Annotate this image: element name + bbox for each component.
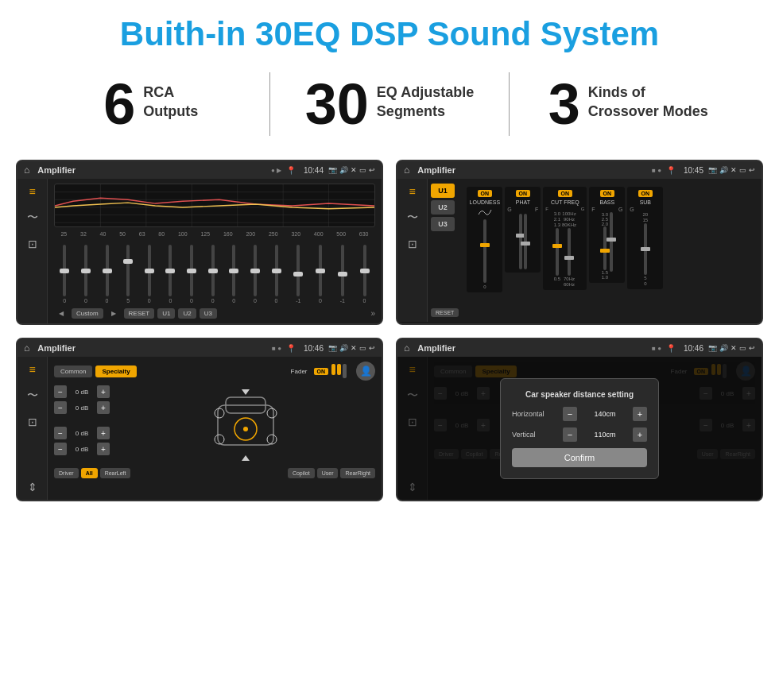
copilot-btn[interactable]: Copilot — [288, 468, 315, 478]
eq-freq-labels: 25 32 40 50 63 80 100 125 160 200 250 32… — [54, 231, 375, 237]
eq-bottom-controls: ◀ Custom ▶ RESET U1 U2 U3 » — [54, 308, 375, 319]
vertical-value: 110cm — [580, 431, 630, 439]
rearright-btn[interactable]: RearRight — [340, 468, 375, 478]
cutfreq-slider-f[interactable] — [556, 228, 559, 276]
db1-minus[interactable]: − — [54, 385, 67, 398]
sidebar-3: ≡ 〜 ⊡ ⇕ — [17, 357, 48, 500]
all-btn[interactable]: All — [81, 468, 98, 478]
back-icon-1[interactable]: ↩ — [369, 166, 375, 174]
sub-on[interactable]: ON — [638, 190, 653, 197]
db3-minus[interactable]: − — [54, 427, 67, 439]
eq-icon-3[interactable]: ≡ — [29, 363, 35, 376]
arrows-icon-3[interactable]: ⇕ — [28, 481, 37, 493]
db2-plus[interactable]: + — [97, 401, 110, 414]
sub-slider[interactable] — [644, 223, 647, 275]
phat-on[interactable]: ON — [516, 190, 531, 197]
amp2-layout: U1 U2 U3 RESET ON LOUDNESS — [428, 179, 762, 322]
eq-main: 25 32 40 50 63 80 100 125 160 200 250 32… — [48, 179, 382, 323]
reset-btn-2[interactable]: RESET — [431, 308, 459, 317]
cutfreq-on[interactable]: ON — [558, 190, 573, 197]
horizontal-plus-btn[interactable]: + — [633, 407, 647, 421]
driver-btn[interactable]: Driver — [54, 468, 79, 478]
bass-slider-f[interactable] — [603, 226, 607, 270]
dot-icon-4: ■ ● — [652, 345, 661, 352]
screen2-content: ≡ 〜 ⊡ U1 U2 U3 RESET ON LOUDNESS — [397, 179, 762, 322]
db2-minus[interactable]: − — [54, 401, 67, 414]
loudness-on[interactable]: ON — [478, 190, 493, 197]
cutfreq-slider-g[interactable] — [568, 228, 571, 276]
db4-plus[interactable]: + — [97, 443, 110, 455]
vertical-minus-btn[interactable]: − — [563, 427, 577, 442]
home-icon-1[interactable]: ⌂ — [24, 164, 29, 176]
user-btn[interactable]: User — [317, 468, 339, 478]
db-row-1: − 0 dB + — [54, 385, 110, 398]
eq-slider-4: 5 — [126, 245, 130, 304]
prev-btn[interactable]: ◀ — [54, 308, 68, 319]
wave-icon-3[interactable]: 〜 — [27, 389, 38, 403]
page-header: Buith-in 30EQ DSP Sound System — [0, 0, 779, 64]
specialty-tab[interactable]: Specialty — [95, 365, 136, 377]
close-icon-2[interactable]: ✕ — [731, 166, 737, 174]
back-icon-4[interactable]: ↩ — [749, 344, 755, 352]
close-icon-1[interactable]: ✕ — [351, 166, 357, 174]
fader-bar-2 — [337, 364, 341, 375]
expand-icon[interactable]: » — [370, 309, 375, 318]
dialog-horizontal-label: Horizontal — [512, 410, 560, 418]
play-btn[interactable]: ▶ — [107, 308, 121, 319]
home-icon-4[interactable]: ⌂ — [404, 342, 409, 354]
eq-icon-1[interactable]: ≡ — [29, 185, 35, 198]
bass-sliders: 3.0 2.5 2.0 1.5 1.0 — [602, 212, 613, 280]
u1-tab[interactable]: U1 — [431, 184, 455, 198]
home-icon-2[interactable]: ⌂ — [404, 164, 409, 176]
db1-plus[interactable]: + — [97, 385, 110, 398]
reset-btn[interactable]: RESET — [124, 308, 155, 319]
eq-graph — [54, 184, 375, 227]
speaker-icon-3[interactable]: ⊡ — [28, 416, 37, 428]
fader-on[interactable]: ON — [314, 368, 329, 375]
loudness-shape — [477, 207, 493, 216]
screen2-time: 10:45 — [684, 166, 703, 175]
u1-btn[interactable]: U1 — [157, 308, 175, 319]
wave-icon-1[interactable]: 〜 — [27, 211, 38, 225]
close-icon-4[interactable]: ✕ — [731, 344, 737, 352]
horizontal-minus-btn[interactable]: − — [563, 407, 577, 421]
common-tab[interactable]: Common — [54, 365, 92, 377]
loudness-slider[interactable] — [483, 219, 486, 283]
eq-sliders: 0 0 0 5 0 — [54, 240, 375, 304]
cross-left-controls: − 0 dB + − 0 dB + − 0 dB + — [54, 385, 110, 465]
crossover-main: Common Specialty Fader ON 👤 — [48, 357, 382, 500]
home-icon-3[interactable]: ⌂ — [24, 342, 29, 354]
screen4-title: Amplifier — [417, 343, 647, 353]
eq-slider-1: 0 — [63, 245, 66, 304]
speaker-icon-2[interactable]: ⊡ — [408, 238, 417, 250]
back-icon-3[interactable]: ↩ — [369, 344, 375, 352]
db3-plus[interactable]: + — [97, 427, 110, 439]
u3-btn[interactable]: U3 — [200, 308, 217, 319]
custom-btn[interactable]: Custom — [72, 308, 103, 319]
close-icon-3[interactable]: ✕ — [351, 344, 357, 352]
db2-val: 0 dB — [69, 404, 95, 412]
eq-icon-2[interactable]: ≡ — [409, 185, 415, 198]
screen4-content: ≡ 〜 ⊡ ⇕ Common Specialty Fader ON � — [397, 357, 762, 500]
u3-tab[interactable]: U3 — [431, 217, 455, 231]
volume-icon-4: 🔊 — [719, 344, 728, 352]
screen1-title: Amplifier — [37, 165, 266, 175]
speaker-icon-1[interactable]: ⊡ — [28, 238, 37, 250]
u2-btn[interactable]: U2 — [178, 308, 196, 319]
rearleft-btn[interactable]: RearLeft — [100, 468, 131, 478]
dialog-title: Car speaker distance setting — [512, 390, 647, 399]
u2-tab[interactable]: U2 — [431, 200, 455, 215]
vertical-plus-btn[interactable]: + — [633, 427, 647, 442]
bass-slider-g[interactable] — [610, 212, 613, 272]
phat-slider-f[interactable] — [524, 214, 527, 269]
user-icon-btn[interactable]: 👤 — [356, 362, 375, 381]
confirm-button[interactable]: Confirm — [512, 448, 647, 467]
back-icon-2[interactable]: ↩ — [749, 166, 755, 174]
status-icons-3: 📷 🔊 ✕ ▭ ↩ — [328, 344, 375, 352]
db4-minus[interactable]: − — [54, 443, 67, 455]
wave-icon-2[interactable]: 〜 — [407, 211, 418, 225]
cross-body: − 0 dB + − 0 dB + − 0 dB + — [54, 385, 375, 465]
bass-on[interactable]: ON — [600, 190, 615, 197]
screen-eq: ⌂ Amplifier ● ▶ 📍 10:44 📷 🔊 ✕ ▭ ↩ ≡ 〜 ⊡ — [16, 160, 383, 325]
svg-point-14 — [243, 427, 248, 431]
